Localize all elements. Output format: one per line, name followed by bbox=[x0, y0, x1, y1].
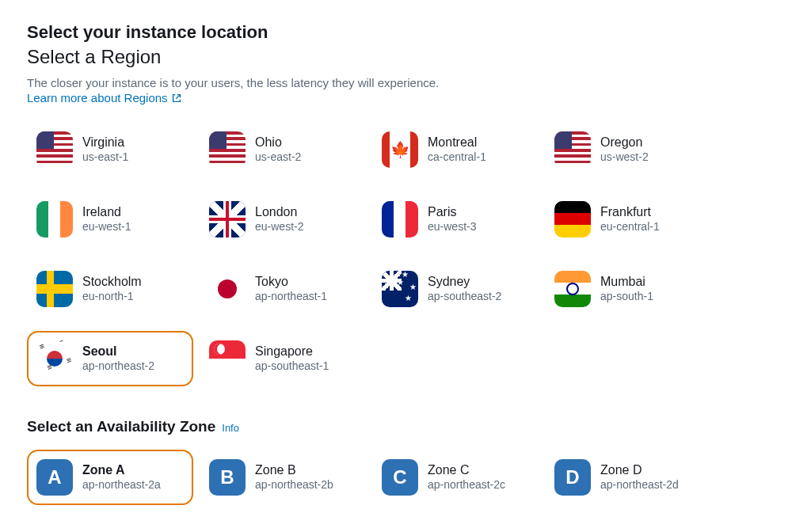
flag-icon: 🍁 bbox=[382, 131, 418, 168]
zone-code: ap-northeast-2d bbox=[600, 478, 679, 492]
region-code: ap-southeast-1 bbox=[255, 359, 329, 374]
region-code: eu-north-1 bbox=[82, 290, 142, 304]
flag-icon bbox=[382, 201, 418, 238]
az-heading-text: Select an Availability Zone bbox=[27, 418, 215, 435]
region-card-ap-southeast-2[interactable]: Sydneyap-southeast-2 bbox=[372, 261, 539, 317]
zone-name: Zone C bbox=[428, 462, 505, 478]
region-name: Frankfurt bbox=[600, 204, 660, 220]
section-az-title: Select an Availability Zone Info bbox=[27, 418, 239, 435]
region-name: Stockholm bbox=[82, 274, 142, 290]
region-name: Seoul bbox=[82, 344, 154, 359]
zone-letter-icon: B bbox=[209, 459, 246, 496]
flag-icon bbox=[554, 271, 591, 307]
region-code: eu-west-2 bbox=[255, 220, 303, 234]
region-card-eu-central-1[interactable]: Frankfurteu-central-1 bbox=[545, 192, 711, 247]
region-name: Ireland bbox=[82, 204, 131, 220]
flag-icon bbox=[36, 131, 73, 168]
region-description: The closer your instance is to your user… bbox=[27, 76, 784, 89]
region-name: Tokyo bbox=[255, 274, 327, 290]
flag-icon bbox=[36, 271, 73, 307]
region-card-ap-northeast-2[interactable]: Seoulap-northeast-2 bbox=[27, 331, 193, 386]
region-card-us-east-2[interactable]: Ohious-east-2 bbox=[200, 122, 366, 177]
zone-code: ap-northeast-2b bbox=[255, 478, 333, 492]
region-name: Ohio bbox=[255, 135, 301, 150]
region-card-eu-north-1[interactable]: Stockholmeu-north-1 bbox=[27, 261, 193, 317]
zone-card-d[interactable]: DZone Dap-northeast-2d bbox=[545, 450, 711, 505]
region-code: ap-south-1 bbox=[600, 290, 653, 304]
region-code: eu-central-1 bbox=[600, 220, 660, 234]
region-code: ca-central-1 bbox=[428, 150, 486, 165]
flag-icon bbox=[554, 201, 591, 238]
zone-name: Zone A bbox=[82, 462, 161, 478]
section-region-title: Select a Region bbox=[27, 46, 784, 68]
region-card-us-east-1[interactable]: Virginiaus-east-1 bbox=[27, 122, 193, 177]
zone-code: ap-northeast-2c bbox=[428, 478, 505, 492]
learn-more-text: Learn more about Regions bbox=[27, 91, 168, 104]
region-code: ap-northeast-1 bbox=[255, 290, 327, 304]
region-name: London bbox=[255, 204, 303, 220]
region-code: eu-west-3 bbox=[428, 220, 476, 234]
zone-name: Zone B bbox=[255, 462, 333, 478]
region-card-ap-south-1[interactable]: Mumbaiap-south-1 bbox=[545, 261, 711, 317]
region-card-ap-northeast-1[interactable]: Tokyoap-northeast-1 bbox=[200, 261, 366, 317]
region-name: Montreal bbox=[428, 135, 486, 150]
zone-letter-icon: D bbox=[554, 459, 591, 496]
region-code: us-east-2 bbox=[255, 150, 301, 165]
region-name: Singapore bbox=[255, 344, 329, 359]
region-card-eu-west-1[interactable]: Irelandeu-west-1 bbox=[27, 192, 193, 247]
region-name: Mumbai bbox=[600, 274, 653, 290]
region-card-us-west-2[interactable]: Oregonus-west-2 bbox=[545, 122, 711, 177]
region-code: us-east-1 bbox=[82, 150, 128, 165]
region-card-ap-southeast-1[interactable]: Singaporeap-southeast-1 bbox=[200, 331, 366, 386]
region-code: ap-northeast-2 bbox=[82, 359, 154, 374]
region-code: us-west-2 bbox=[600, 150, 649, 165]
flag-icon bbox=[209, 131, 246, 168]
flag-icon bbox=[36, 201, 73, 238]
zone-name: Zone D bbox=[600, 462, 679, 478]
maple-leaf-icon: 🍁 bbox=[390, 140, 410, 159]
region-code: eu-west-1 bbox=[82, 220, 131, 234]
learn-more-link[interactable]: Learn more about Regions bbox=[27, 91, 182, 104]
external-link-icon bbox=[171, 93, 182, 104]
zone-grid: AZone Aap-northeast-2aBZone Bap-northeas… bbox=[27, 450, 784, 505]
region-code: ap-southeast-2 bbox=[428, 290, 501, 304]
az-info-link[interactable]: Info bbox=[222, 422, 239, 434]
region-name: Sydney bbox=[428, 274, 501, 290]
flag-icon bbox=[382, 271, 418, 307]
region-card-ca-central-1[interactable]: 🍁Montrealca-central-1 bbox=[372, 122, 539, 177]
region-card-eu-west-2[interactable]: Londoneu-west-2 bbox=[200, 192, 366, 247]
region-card-eu-west-3[interactable]: Pariseu-west-3 bbox=[372, 192, 539, 247]
zone-letter-icon: A bbox=[36, 459, 73, 496]
zone-card-a[interactable]: AZone Aap-northeast-2a bbox=[27, 450, 193, 505]
zone-card-b[interactable]: BZone Bap-northeast-2b bbox=[200, 450, 366, 505]
flag-icon bbox=[209, 340, 246, 377]
zone-card-c[interactable]: CZone Cap-northeast-2c bbox=[372, 450, 539, 505]
flag-icon bbox=[209, 271, 246, 307]
flag-icon bbox=[36, 340, 73, 377]
page-title: Select your instance location bbox=[27, 22, 784, 43]
region-name: Virginia bbox=[82, 135, 128, 150]
zone-letter-icon: C bbox=[382, 459, 418, 496]
zone-code: ap-northeast-2a bbox=[82, 478, 161, 492]
flag-icon bbox=[209, 201, 246, 238]
region-grid: Virginiaus-east-1Ohious-east-2🍁Montrealc… bbox=[27, 122, 784, 386]
flag-icon bbox=[554, 131, 591, 168]
region-name: Paris bbox=[428, 204, 476, 220]
region-name: Oregon bbox=[600, 135, 649, 150]
